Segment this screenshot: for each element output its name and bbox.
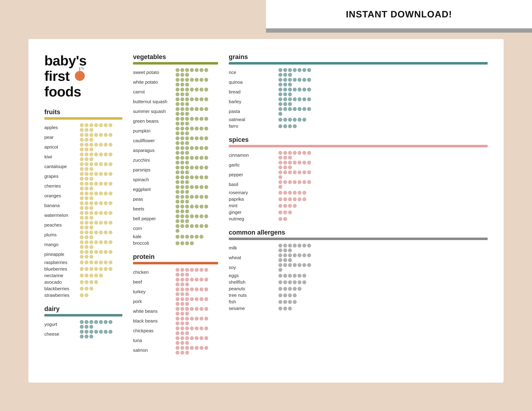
list-item: sesame — [229, 306, 488, 311]
list-item: cherries — [44, 182, 122, 190]
list-item: beets — [133, 205, 218, 213]
list-item: quinoa — [229, 78, 488, 86]
list-item: mint — [229, 203, 488, 208]
list-item: tuna — [133, 336, 218, 345]
grains-section: grains rice quinoa bread barley pasta oa… — [229, 53, 488, 129]
list-item: bell pepper — [133, 214, 218, 223]
list-item: milk — [229, 244, 488, 252]
list-item: grapes — [44, 172, 122, 181]
spices-list: cinnamon garlic pepper basil rosemary pa… — [229, 151, 488, 222]
list-item: peanuts — [229, 286, 488, 291]
grains-header: grains — [229, 53, 488, 61]
list-item: nutmeg — [229, 216, 488, 222]
list-item: plums — [44, 231, 122, 239]
list-item: beef — [133, 278, 218, 286]
list-item: sweet potato — [133, 68, 218, 77]
list-item: soy — [229, 263, 488, 272]
dairy-section: dairy yogurt cheese — [44, 305, 122, 338]
gray-bar — [266, 28, 532, 33]
spices-section: spices cinnamon garlic pepper basil rose… — [229, 136, 488, 222]
dairy-list: yogurt cheese — [44, 320, 122, 338]
list-item: tree nuts — [229, 293, 488, 298]
list-item: blackberries — [44, 286, 122, 291]
list-item: spinach — [133, 175, 218, 184]
title-line1: baby's — [44, 53, 86, 68]
list-item: watermelon — [44, 211, 122, 220]
list-item: peaches — [44, 221, 122, 229]
list-item: garlic — [229, 161, 488, 169]
list-item: butternut squash — [133, 97, 218, 106]
fruits-list: apples pear apricot — [44, 123, 122, 298]
list-item: rice — [229, 68, 488, 77]
title-area: baby's first foods — [44, 53, 122, 100]
list-item: cheese — [44, 330, 122, 338]
list-item: strawberries — [44, 293, 122, 298]
list-item: mango — [44, 240, 122, 249]
protein-header: protein — [133, 253, 218, 261]
list-item: black beans — [133, 317, 218, 325]
list-item: rosemary — [229, 190, 488, 195]
instant-download-label: INSTANT DOWNLOAD! — [346, 9, 452, 19]
main-card: baby's first foods — [28, 39, 504, 383]
list-item: kiwi — [44, 152, 122, 161]
orange-icon — [73, 67, 86, 83]
list-item: pumpkin — [133, 127, 218, 135]
protein-section: protein chicken beef turkey pork white b… — [133, 253, 218, 355]
list-item: ginger — [229, 210, 488, 215]
list-item: peas — [133, 195, 218, 204]
top-banner: INSTANT DOWNLOAD! — [266, 0, 532, 28]
list-item: avocado — [44, 280, 122, 285]
list-item: oatmeal — [229, 117, 488, 122]
dairy-bar — [44, 314, 122, 317]
list-item: bread — [229, 88, 488, 96]
vegetables-bar — [133, 62, 218, 65]
list-item: eggplant — [133, 185, 218, 194]
fruits-header: fruits — [44, 108, 122, 116]
vegetables-header: vegetables — [133, 53, 218, 61]
list-item: turkey — [133, 287, 218, 296]
list-item: pasta — [229, 107, 488, 116]
fruits-bar — [44, 117, 122, 120]
left-column: baby's first foods — [44, 53, 122, 368]
title-line3: foods — [44, 84, 86, 100]
list-item: shellfish — [229, 280, 488, 285]
list-item: pepper — [229, 170, 488, 179]
list-item: apricot — [44, 143, 122, 151]
mid-column: vegetables sweet potato white potato car… — [133, 53, 218, 368]
list-item: chickpeas — [133, 327, 218, 335]
right-column: grains rice quinoa bread barley pasta oa… — [229, 53, 488, 368]
list-item: carrot — [133, 88, 218, 96]
title-text: baby's first foods — [44, 53, 86, 100]
list-item: pork — [133, 297, 218, 306]
vegetables-section: vegetables sweet potato white potato car… — [133, 53, 218, 246]
list-item: wheat — [229, 253, 488, 262]
allergens-header: common allergens — [229, 229, 488, 236]
list-item: zucchini — [133, 156, 218, 165]
allergens-bar — [229, 238, 488, 240]
list-item: farro — [229, 123, 488, 129]
grains-bar — [229, 62, 488, 65]
list-item: asparagus — [133, 146, 218, 155]
list-item: pineapple — [44, 250, 122, 259]
list-item: corn — [133, 224, 218, 233]
title-line2-part1: first — [44, 69, 73, 84]
list-item: yogurt — [44, 320, 122, 329]
list-item: banana — [44, 201, 122, 210]
mid-right-area: vegetables sweet potato white potato car… — [133, 53, 488, 368]
list-item: salmon — [133, 346, 218, 355]
list-item: nectarine — [44, 273, 122, 278]
list-item: white potato — [133, 78, 218, 86]
spices-header: spices — [229, 136, 488, 143]
list-item: parsnips — [133, 166, 218, 174]
list-item: basil — [229, 180, 488, 189]
list-item: paprika — [229, 196, 488, 202]
vegetables-list: sweet potato white potato carrot buttern… — [133, 68, 218, 246]
list-item: cantaloupe — [44, 162, 122, 171]
allergens-list: milk wheat soy eggs shellfish peanuts tr… — [229, 244, 488, 311]
list-item: eggs — [229, 273, 488, 278]
list-item: barley — [229, 97, 488, 106]
list-item: broccoli — [133, 240, 218, 246]
allergens-section: common allergens milk wheat soy eggs she… — [229, 229, 488, 311]
list-item: fish — [229, 299, 488, 305]
list-item: blueberries — [44, 266, 122, 272]
